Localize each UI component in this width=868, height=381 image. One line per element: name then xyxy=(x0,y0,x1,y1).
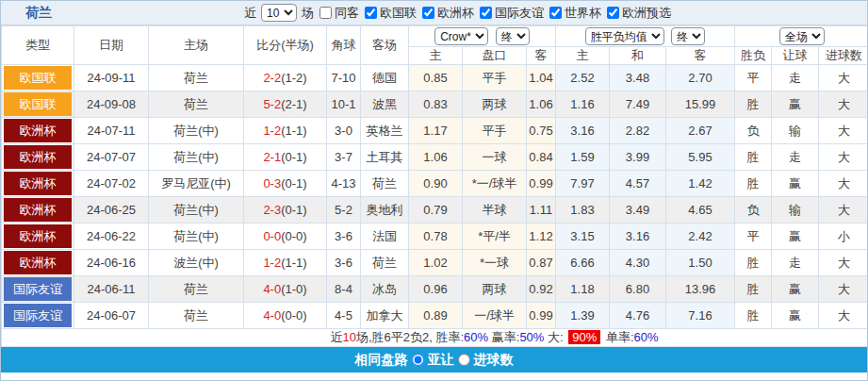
halftime-score: (0-1) xyxy=(281,150,306,164)
cell-handicap-result: 赢 xyxy=(772,303,819,329)
cell-result: 胜 xyxy=(735,171,772,197)
table-row: 欧国联24-09-08荷兰5-2(2-1)10-1波黑0.83两球1.061.1… xyxy=(2,91,868,118)
scope-select[interactable]: 全场 xyxy=(779,27,825,45)
odds-time-select[interactable]: 终 xyxy=(496,27,530,45)
cell-odds-home: 0.89 xyxy=(409,303,463,329)
halftime-score: (0-0) xyxy=(281,308,306,323)
sub-header-result: 胜负 xyxy=(735,47,772,65)
match-count-select[interactable]: 10 xyxy=(261,4,297,22)
radio-goals[interactable] xyxy=(458,354,470,366)
fulltime-score: 5-2 xyxy=(263,97,281,111)
cell-handicap-result: 走 xyxy=(772,65,819,91)
fulltime-score: 4-0 xyxy=(263,282,281,296)
cell-league: 欧洲杯 xyxy=(2,118,74,144)
avg-odds-select[interactable]: 胜平负均值 xyxy=(585,27,664,45)
cell-date: 24-07-07 xyxy=(74,144,149,171)
cell-goals: 大 xyxy=(819,91,868,118)
cell-avg-home: 2.52 xyxy=(556,65,610,91)
sub-header-avg-away: 客 xyxy=(666,47,735,65)
cell-away-team: 波黑 xyxy=(361,91,409,118)
odds-source-group: Crow* 终 xyxy=(409,26,556,47)
cell-odds-home: 0.79 xyxy=(409,197,463,224)
cell-avg-home: 1.16 xyxy=(556,91,610,118)
cell-corners: 3-0 xyxy=(327,118,361,144)
footer-bar: 相同盘路 亚让 进球数 xyxy=(1,347,867,373)
table-row: 欧洲杯24-07-11荷兰(中)1-2(1-1)3-0英格兰1.17平手0.75… xyxy=(2,118,868,144)
cell-avg-home: 6.66 xyxy=(556,250,610,276)
cell-score: 1-2(1-1) xyxy=(244,118,327,144)
summary-segment: 90% xyxy=(568,330,600,344)
odds-source-select[interactable]: Crow* xyxy=(434,27,488,45)
cell-away-team: 奥地利 xyxy=(361,197,409,224)
col-header-type: 类型 xyxy=(2,26,74,65)
cell-date: 24-07-11 xyxy=(74,118,149,144)
filter-label-euro: 欧洲杯 xyxy=(437,5,474,22)
cell-handicap: 平手 xyxy=(463,65,527,91)
table-row: 欧洲杯24-07-02罗马尼亚(中)0-3(0-1)4-13荷兰0.90*一/球… xyxy=(2,171,868,197)
cell-date: 24-09-11 xyxy=(74,65,149,91)
cell-avg-away: 2.67 xyxy=(666,118,735,144)
same-opponent-label: 同客 xyxy=(335,5,359,22)
cell-handicap-result: 走 xyxy=(772,144,819,171)
cell-odds-away: 1.12 xyxy=(527,224,556,250)
radio-asian-handicap[interactable] xyxy=(412,354,424,366)
cell-home-team: 荷兰 xyxy=(149,303,244,329)
cell-avg-away: 1.50 xyxy=(666,250,735,276)
cell-handicap-result: 赢 xyxy=(772,171,819,197)
cell-league: 欧国联 xyxy=(2,91,74,118)
same-opponent-checkbox[interactable] xyxy=(319,7,332,19)
filter-label-nations-league: 欧国联 xyxy=(380,5,417,22)
cell-corners: 3-6 xyxy=(327,250,361,276)
cell-avg-draw: 7.49 xyxy=(610,91,666,118)
cell-avg-away: 2.70 xyxy=(666,65,735,91)
filter-checkbox-nations-league[interactable] xyxy=(365,7,377,19)
cell-league: 欧国联 xyxy=(2,65,74,91)
cell-result: 胜 xyxy=(735,276,772,303)
cell-avg-draw: 3.99 xyxy=(610,144,666,171)
cell-goals: 大 xyxy=(819,197,868,224)
fulltime-score: 2-2 xyxy=(263,71,281,85)
filter-label-euro-qualifier: 欧洲预选 xyxy=(622,5,671,22)
col-header-date: 日期 xyxy=(74,26,149,65)
cell-goals: 大 xyxy=(819,276,868,303)
cell-goals: 大 xyxy=(819,303,868,329)
filter-checkbox-euro[interactable] xyxy=(422,7,434,19)
cell-home-team: 荷兰(中) xyxy=(149,118,244,144)
table-row: 欧国联24-09-11荷兰2-2(1-2)7-10德国0.85平手1.042.5… xyxy=(2,65,868,91)
games-label: 场 xyxy=(302,5,314,22)
sub-header-avg-draw: 和 xyxy=(610,47,666,65)
cell-avg-home: 1.83 xyxy=(556,197,610,224)
cell-score: 2-1(0-1) xyxy=(244,144,327,171)
cell-handicap: 平手 xyxy=(463,118,527,144)
cell-handicap-result: 走 xyxy=(772,250,819,276)
cell-league: 欧洲杯 xyxy=(2,171,74,197)
cell-date: 24-09-08 xyxy=(74,91,149,118)
summary-segment: 60% xyxy=(464,330,488,344)
table-row: 欧洲杯24-07-07荷兰(中)2-1(0-1)3-7土耳其1.06一球0.84… xyxy=(2,144,868,171)
cell-date: 24-06-07 xyxy=(74,303,149,329)
cell-league: 欧洲杯 xyxy=(2,250,74,276)
cell-avg-draw: 6.80 xyxy=(610,276,666,303)
league-badge: 国际友谊 xyxy=(4,277,72,301)
cell-odds-home: 0.90 xyxy=(409,171,463,197)
cell-odds-away: 0.75 xyxy=(527,118,556,144)
radio-label-asian-handicap: 亚让 xyxy=(428,352,454,369)
filter-label-friendly: 国际友谊 xyxy=(495,5,544,22)
filter-checkbox-euro-qualifier[interactable] xyxy=(607,7,619,19)
table-row: 国际友谊24-06-11荷兰4-0(1-0)8-4冰岛0.96两球0.921.1… xyxy=(2,276,868,303)
title-bar: 荷兰 近 10 场 同客 欧国联 欧洲杯 国际友谊 世界杯 欧洲预选 xyxy=(1,1,867,25)
filter-checkbox-friendly[interactable] xyxy=(480,7,492,19)
league-badge: 欧洲杯 xyxy=(4,198,72,222)
table-row: 欧洲杯24-06-16波兰(中)1-2(1-1)3-6荷兰1.02*一球0.87… xyxy=(2,250,868,276)
cell-odds-away: 0.87 xyxy=(527,250,556,276)
cell-corners: 4-5 xyxy=(327,303,361,329)
avg-time-select[interactable]: 终 xyxy=(671,27,705,45)
cell-league: 欧洲杯 xyxy=(2,144,74,171)
fulltime-score: 0-3 xyxy=(263,176,281,190)
summary-segment: 60% xyxy=(634,330,659,344)
cell-result: 胜 xyxy=(735,250,772,276)
filter-checkbox-world-cup[interactable] xyxy=(549,7,562,19)
filter-bar: 近 10 场 同客 欧国联 欧洲杯 国际友谊 世界杯 欧洲预选 xyxy=(244,4,671,22)
summary-segment: 大: xyxy=(544,330,566,344)
cell-handicap: 两球 xyxy=(463,91,527,118)
